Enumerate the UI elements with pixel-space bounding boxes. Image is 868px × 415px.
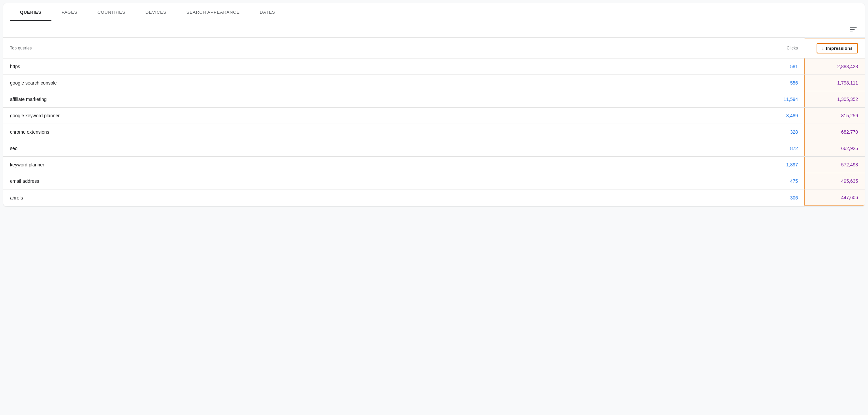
table-row: ahrefs306447,606 — [3, 189, 865, 206]
cell-query: google keyword planner — [3, 108, 751, 124]
table-row: chrome extensions328682,770 — [3, 124, 865, 140]
cell-impressions: 2,883,428 — [805, 58, 865, 75]
cell-query: affiliate marketing — [3, 91, 751, 108]
cell-impressions: 1,305,352 — [805, 91, 865, 108]
cell-query: google search console — [3, 75, 751, 91]
cell-impressions: 682,770 — [805, 124, 865, 140]
cell-query: keyword planner — [3, 157, 751, 173]
tabs-bar: QUERIES PAGES COUNTRIES DEVICES SEARCH A… — [3, 3, 865, 21]
impressions-header-label: Impressions — [826, 46, 852, 51]
cell-impressions: 662,925 — [805, 140, 865, 157]
cell-clicks: 556 — [751, 75, 805, 91]
cell-query: email address — [3, 173, 751, 189]
cell-impressions: 1,798,111 — [805, 75, 865, 91]
tab-countries[interactable]: COUNTRIES — [88, 4, 135, 21]
tab-dates[interactable]: DATES — [250, 4, 285, 21]
col-header-clicks[interactable]: Clicks — [751, 38, 805, 58]
tab-devices[interactable]: DEVICES — [135, 4, 177, 21]
cell-impressions: 572,498 — [805, 157, 865, 173]
cell-clicks: 581 — [751, 58, 805, 75]
cell-clicks: 1,897 — [751, 157, 805, 173]
sort-arrow-icon: ↓ — [822, 46, 824, 51]
table-row: affiliate marketing11,5941,305,352 — [3, 91, 865, 108]
tab-queries[interactable]: QUERIES — [10, 4, 52, 21]
cell-query: chrome extensions — [3, 124, 751, 140]
table-row: keyword planner1,897572,498 — [3, 157, 865, 173]
filter-bar — [3, 21, 865, 38]
cell-impressions: 815,259 — [805, 108, 865, 124]
table-row: google search console5561,798,111 — [3, 75, 865, 91]
cell-query: https — [3, 58, 751, 75]
col-header-query: Top queries — [3, 38, 751, 58]
table-row: seo872662,925 — [3, 140, 865, 157]
cell-impressions: 495,635 — [805, 173, 865, 189]
cell-impressions: 447,606 — [805, 189, 865, 206]
cell-clicks: 3,489 — [751, 108, 805, 124]
cell-clicks: 11,594 — [751, 91, 805, 108]
tab-search-appearance[interactable]: SEARCH APPEARANCE — [176, 4, 250, 21]
cell-query: ahrefs — [3, 189, 751, 206]
cell-clicks: 328 — [751, 124, 805, 140]
table-row: google keyword planner3,489815,259 — [3, 108, 865, 124]
cell-query: seo — [3, 140, 751, 157]
main-container: QUERIES PAGES COUNTRIES DEVICES SEARCH A… — [3, 3, 865, 206]
tab-pages[interactable]: PAGES — [52, 4, 88, 21]
cell-clicks: 306 — [751, 189, 805, 206]
filter-icon[interactable] — [849, 26, 858, 33]
table-row: https5812,883,428 — [3, 58, 865, 75]
cell-clicks: 872 — [751, 140, 805, 157]
cell-clicks: 475 — [751, 173, 805, 189]
col-header-impressions[interactable]: ↓ Impressions — [805, 38, 865, 58]
table-row: email address475495,635 — [3, 173, 865, 189]
queries-table: Top queries Clicks ↓ Impressions https58… — [3, 38, 865, 206]
